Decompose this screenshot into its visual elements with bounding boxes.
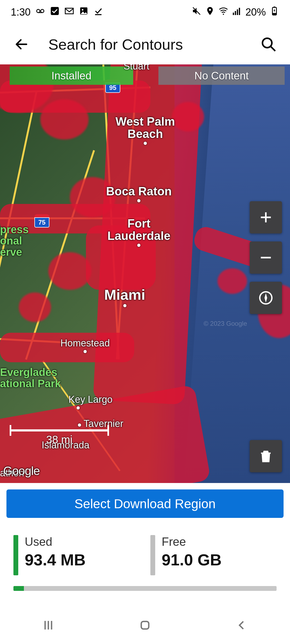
wifi-icon bbox=[219, 6, 228, 18]
compass-icon bbox=[258, 290, 274, 306]
svg-rect-16 bbox=[274, 6, 275, 8]
svg-rect-4 bbox=[65, 8, 73, 14]
place-fort-lauderdale: FortLauderdale bbox=[107, 217, 171, 247]
svg-rect-17 bbox=[273, 13, 276, 14]
battery-icon bbox=[270, 6, 279, 18]
check-box-icon bbox=[50, 6, 60, 18]
used-indicator bbox=[13, 535, 18, 575]
svg-rect-3 bbox=[51, 7, 59, 15]
recents-icon bbox=[42, 619, 55, 632]
svg-point-10 bbox=[223, 13, 224, 15]
system-nav-bar bbox=[0, 606, 290, 644]
zoom-in-button[interactable] bbox=[250, 201, 282, 233]
signal-icon bbox=[232, 6, 242, 18]
svg-rect-11 bbox=[233, 13, 234, 15]
compass-button[interactable] bbox=[250, 282, 282, 314]
select-region-label: Select Download Region bbox=[74, 496, 216, 511]
location-icon bbox=[205, 6, 215, 18]
voicemail-icon bbox=[35, 6, 45, 18]
back-button[interactable] bbox=[11, 34, 32, 55]
status-bar: 1:30 20% bbox=[0, 0, 290, 24]
used-value: 93.4 MB bbox=[25, 551, 86, 569]
park-everglades: Evergladesational Park bbox=[0, 367, 61, 389]
free-label: Free bbox=[162, 535, 222, 548]
app-bar: Search for Contours bbox=[0, 24, 290, 64]
storage-used: Used 93.4 MB bbox=[13, 535, 140, 575]
nav-back-button[interactable] bbox=[231, 614, 252, 636]
storage-free: Free 91.0 GB bbox=[150, 535, 277, 575]
svg-point-9 bbox=[209, 9, 211, 11]
place-west-palm-beach: West PalmBeach bbox=[115, 115, 175, 145]
free-indicator bbox=[150, 535, 155, 575]
place-stuart: Stuart bbox=[124, 64, 149, 71]
home-icon bbox=[139, 619, 151, 632]
svg-rect-21 bbox=[141, 621, 149, 629]
nav-home-button[interactable] bbox=[134, 614, 156, 636]
search-button[interactable] bbox=[258, 34, 279, 55]
plus-icon bbox=[258, 210, 273, 225]
legend-no-content: No Content bbox=[158, 67, 285, 85]
minus-icon bbox=[258, 250, 273, 265]
chevron-left-icon bbox=[235, 619, 248, 632]
zoom-out-button[interactable] bbox=[250, 241, 282, 274]
svg-point-1 bbox=[41, 9, 44, 13]
svg-line-19 bbox=[271, 46, 276, 51]
svg-point-0 bbox=[37, 9, 40, 13]
arrow-left-icon bbox=[14, 37, 29, 52]
svg-rect-14 bbox=[239, 8, 240, 15]
interstate-75-shield: 75 bbox=[34, 214, 49, 228]
nav-recents-button[interactable] bbox=[38, 614, 59, 636]
svg-point-18 bbox=[263, 38, 272, 48]
delete-button[interactable] bbox=[250, 440, 282, 472]
place-homestead: Homestead bbox=[60, 338, 110, 353]
download-done-icon bbox=[93, 6, 103, 18]
image-icon bbox=[79, 6, 89, 18]
search-icon bbox=[260, 36, 277, 52]
place-boca-raton: Boca Raton bbox=[106, 185, 172, 202]
tile-credit: © 2023 Google bbox=[204, 320, 247, 327]
storage-panel: Used 93.4 MB Free 91.0 GB bbox=[0, 524, 290, 578]
place-key-largo: Key Largo bbox=[68, 394, 113, 409]
gmail-icon bbox=[64, 6, 74, 18]
free-value: 91.0 GB bbox=[162, 551, 222, 569]
storage-progress bbox=[13, 586, 277, 591]
svg-point-6 bbox=[82, 9, 83, 10]
mute-icon bbox=[192, 6, 201, 18]
used-label: Used bbox=[25, 535, 86, 548]
map-viewport[interactable]: 95 75 Installed No Content Stuart West P… bbox=[0, 64, 290, 483]
storage-progress-fill bbox=[13, 586, 24, 591]
legend-installed: Installed bbox=[10, 67, 133, 85]
google-attribution: Google bbox=[3, 464, 40, 478]
svg-rect-12 bbox=[235, 11, 236, 15]
park-big-cypress: pressonalerve bbox=[0, 224, 29, 258]
page-title: Search for Contours bbox=[48, 36, 242, 53]
trash-icon bbox=[259, 449, 273, 463]
place-tavernier: Tavernier bbox=[78, 419, 123, 429]
place-miami: Miami bbox=[104, 287, 145, 307]
svg-rect-13 bbox=[237, 9, 238, 15]
scale-bar: 38 mi bbox=[10, 429, 109, 445]
select-download-region-button[interactable]: Select Download Region bbox=[6, 489, 284, 518]
battery-text: 20% bbox=[245, 6, 266, 18]
status-time: 1:30 bbox=[11, 6, 31, 18]
